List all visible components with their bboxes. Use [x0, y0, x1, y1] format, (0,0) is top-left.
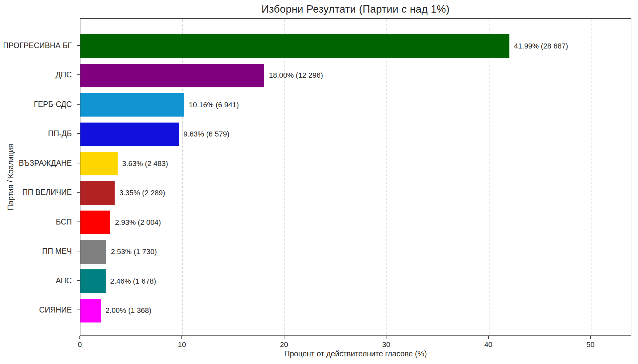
y-tick-label: ПП ВЕЛИЧИЕ — [0, 188, 72, 197]
y-axis-label: Партия / Коалиция — [6, 144, 15, 210]
y-tick-label: ГЕРБ-СДС — [0, 100, 72, 109]
y-tick-mark — [77, 133, 80, 134]
bar-value-label: 41.99% (28 687) — [514, 42, 568, 50]
bar-ПП-ДБ — [80, 123, 179, 146]
x-tick-mark — [181, 336, 182, 339]
bar-value-label: 9.63% (6 579) — [183, 130, 229, 138]
bar-value-label: 2.93% (2 004) — [115, 218, 161, 227]
bar-ГЕРБ-СДС — [80, 93, 184, 117]
x-tick-label: 0 — [78, 340, 82, 349]
bar-value-label: 2.46% (1 678) — [110, 277, 156, 286]
plot-area: 41.99% (28 687)18.00% (12 296)10.16% (6 … — [80, 18, 631, 336]
bar-value-label: 10.16% (6 941) — [189, 101, 239, 109]
bar-БСП — [80, 211, 110, 234]
y-tick-label: ПП-ДБ — [0, 129, 72, 138]
bar-АПС — [80, 269, 106, 293]
x-tick-mark — [590, 336, 591, 339]
x-axis-label: Процент от действителните гласове (%) — [80, 349, 631, 358]
y-tick-mark — [77, 222, 80, 222]
x-tick-label: 20 — [280, 340, 288, 349]
x-tick-mark — [386, 336, 386, 339]
y-tick-label: ВЪЗРАЖДАНЕ — [0, 158, 72, 167]
x-tick-mark — [488, 336, 489, 339]
gridline-x-20 — [284, 19, 285, 335]
x-tick-mark — [284, 336, 284, 339]
gridline-x-30 — [386, 19, 387, 335]
x-tick-label: 30 — [382, 340, 390, 349]
bar-value-label: 2.53% (1 730) — [111, 247, 157, 256]
y-tick-label: ПП МЕЧ — [0, 247, 72, 256]
y-tick-mark — [77, 310, 80, 310]
y-tick-label: АПС — [0, 276, 72, 285]
bar-ПП ВЕЛИЧИЕ — [80, 181, 115, 205]
x-tick-mark — [79, 336, 80, 339]
y-tick-label: ПРОГРЕСИВНА БГ — [0, 41, 72, 50]
y-tick-mark — [77, 251, 80, 251]
y-tick-mark — [77, 163, 80, 163]
y-tick-label: СИЯНИЕ — [0, 306, 72, 315]
y-tick-mark — [77, 280, 80, 281]
y-tick-mark — [77, 45, 80, 46]
x-tick-label: 40 — [484, 340, 492, 349]
bar-value-label: 18.00% (12 296) — [269, 71, 323, 80]
y-tick-mark — [77, 104, 80, 105]
election-results-bar-chart: Изборни Резултати (Партии с над 1%) 41.9… — [0, 0, 638, 364]
y-tick-mark — [77, 74, 80, 75]
bar-ПРОГРЕСИВНА БГ — [80, 34, 509, 58]
bar-value-label: 3.35% (2 289) — [119, 189, 165, 197]
gridline-x-40 — [489, 19, 489, 335]
bar-ВЪЗРАЖДАНЕ — [80, 152, 118, 175]
gridline-x-50 — [591, 19, 591, 335]
chart-title: Изборни Резултати (Партии с над 1%) — [80, 3, 631, 15]
bar-value-label: 3.63% (2 483) — [122, 159, 168, 168]
x-tick-label: 50 — [586, 340, 594, 349]
x-tick-label: 10 — [178, 340, 186, 349]
bar-value-label: 2.00% (1 368) — [105, 306, 151, 315]
y-tick-label: БСП — [0, 217, 72, 226]
bar-СИЯНИЕ — [80, 299, 101, 322]
bar-ПП МЕЧ — [80, 240, 106, 264]
bar-ДПС — [80, 64, 264, 87]
y-tick-mark — [77, 192, 80, 193]
y-tick-label: ДПС — [0, 70, 72, 79]
